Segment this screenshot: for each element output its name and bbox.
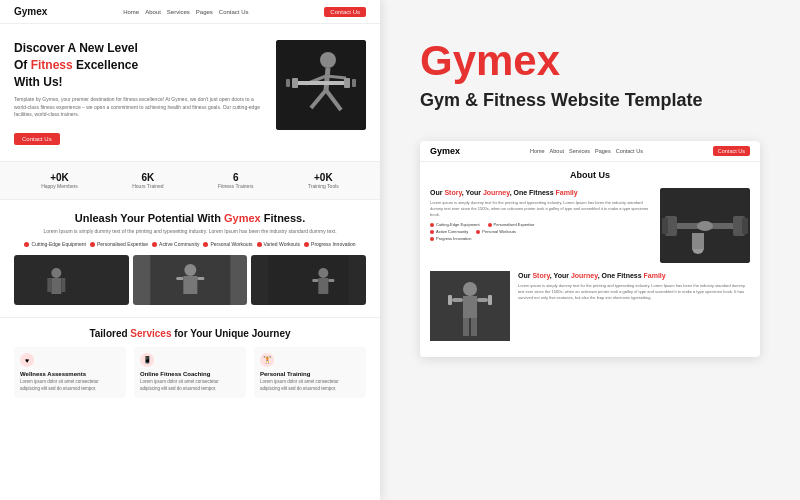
unleash-description: Lorem Ipsum is simply dummy text of the … [14,228,366,236]
svg-point-33 [697,221,713,231]
stat-value-trainers: 6 [218,172,254,183]
about-feat-dot [488,223,492,227]
svg-rect-14 [51,278,61,294]
feature-label: Varied Workouts [264,241,301,247]
svg-rect-22 [269,255,349,305]
feature-dot [24,242,29,247]
about-feat-dot [430,223,434,227]
svg-rect-38 [463,296,477,318]
about-heading-1: Our Story, Your Journey, One Fitness Fam… [430,188,652,197]
svg-rect-32 [742,218,748,234]
service-desc-training: Lorem ipsum dolor sit amet consectetur a… [260,379,360,392]
about-text-1: Our Story, Your Journey, One Fitness Fam… [430,188,652,241]
about-feat-label: Progress Innovation [436,236,472,241]
services-section: Tailored Services for Your Unique Journe… [0,317,380,408]
header-cta-button[interactable]: Contact Us [324,7,366,17]
svg-rect-10 [286,79,290,87]
svg-rect-26 [329,279,335,282]
training-icon: 🏋 [260,353,274,367]
feature-personal: Personal Workouts [203,241,252,247]
hero-title: Discover A New LevelOf Fitness Excellenc… [14,40,266,90]
nav-services[interactable]: Services [167,9,190,15]
nav-contact[interactable]: Contact Us [219,9,249,15]
nav-home[interactable]: Home [123,9,139,15]
feature-cutting-edge: Cutting-Edge Equipment [24,241,85,247]
feature-dot [203,242,208,247]
unleash-title: Unleash Your Potential With Gymex Fitnes… [14,212,366,224]
about-feat-label: Personalised Expertise [494,222,535,227]
feature-progress: Progress Innovation [304,241,355,247]
stat-label-trainers: Fitness Trainers [218,183,254,189]
card-header: Gymex Home About Services Pages Contact … [420,141,760,162]
about-heading-2: Our Story, Your Journey, One Fitness Fam… [518,271,750,280]
svg-rect-11 [352,79,356,87]
feature-label: Cutting-Edge Equipment [31,241,85,247]
svg-rect-9 [344,78,350,88]
about-feat-dot [476,230,480,234]
service-name-wellness: Wellness Assessments [20,371,120,377]
about-title: About Us [430,170,750,180]
feature-community: Active Community [152,241,199,247]
svg-rect-42 [488,295,492,305]
card-nav-contact[interactable]: Contact Us [616,148,643,154]
hero-cta-button[interactable]: Contact Us [14,133,60,145]
svg-rect-44 [471,318,477,336]
about-feat-3: Progress Innovation [430,236,652,241]
stat-hours-trained: 6K Hours Trained [132,172,163,189]
card-nav-pages[interactable]: Pages [595,148,611,154]
feature-varied: Varied Workouts [257,241,301,247]
card-nav: Home About Services Pages Contact Us [530,148,643,154]
nav-about[interactable]: About [145,9,161,15]
nav-pages[interactable]: Pages [196,9,213,15]
service-card-wellness: ♥ Wellness Assessments Lorem ipsum dolor… [14,347,126,398]
svg-rect-16 [61,278,65,292]
about-desc-1: Lorem ipsum is simply dummy text for the… [430,200,652,218]
svg-rect-31 [662,218,668,234]
svg-rect-39 [452,298,463,302]
athlete-svg [276,40,366,130]
feature-label: Active Community [159,241,199,247]
stats-bar: +0K Happy Members 6K Hours Trained 6 Fit… [0,161,380,200]
stat-tools: +0K Training Tools [308,172,339,189]
card-content: About Us Our Story, Your Journey, One Fi… [420,162,760,357]
about-feat-label: Personal Workouts [482,229,516,234]
service-name-training: Personal Training [260,371,360,377]
unleash-section: Unleash Your Potential With Gymex Fitnes… [0,200,380,318]
about-feat-2: Active Community Personal Workouts [430,229,652,234]
gallery-image-1 [14,255,129,305]
wellness-icon: ♥ [20,353,34,367]
card-cta-button[interactable]: Contact Us [713,146,750,156]
about-image-1 [660,188,750,263]
card-nav-home[interactable]: Home [530,148,545,154]
card-nav-services[interactable]: Services [569,148,590,154]
svg-line-2 [326,68,328,90]
coaching-icon: 📱 [140,353,154,367]
svg-point-1 [320,52,336,68]
about-image-2 [430,271,510,341]
about-feat-label: Cutting-Edge Equipment [436,222,480,227]
hero-text: Discover A New LevelOf Fitness Excellenc… [14,40,266,145]
svg-line-6 [326,76,346,78]
hero-description: Template by Gymex, your premier destinat… [14,96,266,119]
feature-dot [257,242,262,247]
card-nav-about[interactable]: About [550,148,564,154]
card-logo: Gymex [430,146,460,156]
svg-rect-7 [294,81,348,85]
svg-rect-19 [183,276,197,294]
about-feat-dot [430,237,434,241]
about-feat-dot [430,230,434,234]
service-desc-wellness: Lorem ipsum dolor sit amet consectetur a… [20,379,120,392]
feature-label: Personalised Expertise [97,241,148,247]
feature-personalised: Personalised Expertise [90,241,148,247]
hero-image [276,40,366,130]
site-nav: Home About Services Pages Contact Us [123,9,248,15]
about-text-2: Our Story, Your Journey, One Fitness Fam… [518,271,750,305]
svg-point-13 [51,268,61,278]
stat-trainers: 6 Fitness Trainers [218,172,254,189]
about-row-2: Our Story, Your Journey, One Fitness Fam… [430,271,750,341]
about-desc-2: Lorem ipsum is simply dummy text for the… [518,283,750,301]
preview-card: Gymex Home About Services Pages Contact … [420,141,760,357]
stat-label-hours: Hours Trained [132,183,163,189]
about-feat-label: Active Community [436,229,468,234]
svg-rect-15 [47,278,51,292]
